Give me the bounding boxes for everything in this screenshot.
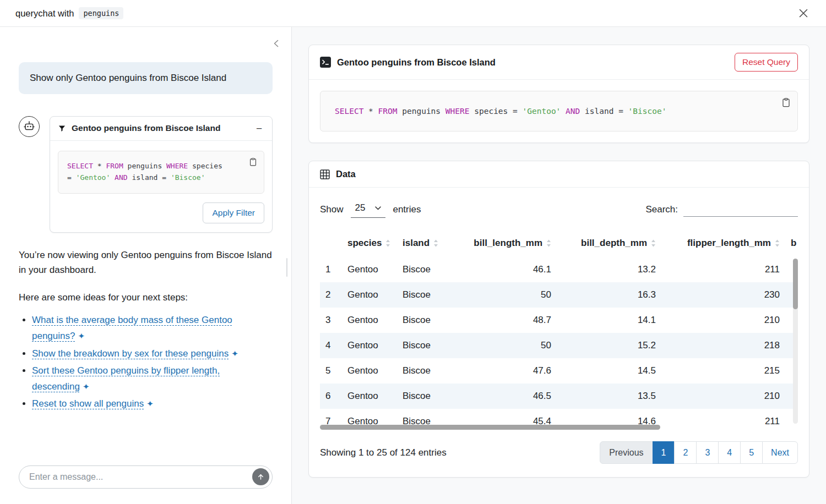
table-row: 1GentooBiscoe46.113.2211 [320,257,798,282]
query-card: Gentoo penguins from Biscoe Island Reset… [308,45,809,143]
vertical-scrollbar[interactable] [793,259,798,309]
table-cell: Gentoo [342,384,397,409]
topbar: querychat with penguins [0,0,826,27]
pagination: Previous12345Next [600,441,798,464]
table-cell: 2 [320,282,342,308]
message-input[interactable] [19,465,273,489]
chat-log: Show only Gentoo penguins from Biscoe Is… [0,27,291,457]
sql-token: FROM [106,162,123,170]
suggestion-item: Sort these Gentoo penguins by flipper le… [32,363,273,395]
search-input[interactable] [683,202,798,217]
table-body: 1GentooBiscoe46.113.22112GentooBiscoe501… [320,257,798,432]
pagination-page-4[interactable]: 4 [718,441,741,464]
sidebar-resize-handle[interactable] [286,258,287,277]
column-header[interactable]: bill_length_mm [458,231,557,257]
apply-filter-button[interactable]: Apply Filter [203,202,264,223]
column-label: bill_length_mm [474,238,542,248]
suggestion-item: What is the average body mass of these G… [32,313,273,344]
reset-query-button[interactable]: Reset Query [735,53,798,72]
column-label: b [791,238,796,248]
pagination-page-5[interactable]: 5 [740,441,763,464]
table-cell: 211 [661,409,785,432]
sql-code: SELECT * FROM penguins WHERE species = '… [335,107,783,116]
close-button[interactable] [796,6,811,20]
pagination-page-1[interactable]: 1 [653,441,675,464]
filter-card-header: Gentoo penguins from Biscoe Island − [50,117,272,141]
sort-icon [775,239,780,247]
table-cell: 50 [458,333,557,358]
copy-button[interactable] [247,156,259,169]
data-card-header: Data [309,161,809,188]
table-cell: 215 [661,358,785,384]
entries-label: entries [393,204,421,215]
sql-token: SELECT [335,107,363,116]
table-cell: Biscoe [397,358,458,384]
sql-token: 'Biscoe' [171,173,205,182]
sql-token: * [363,107,378,116]
suggestion-item: Reset to show all penguins✦ [32,396,273,412]
page-length-value: 25 [355,202,366,213]
sparkle-icon: ✦ [78,331,85,341]
search-label: Search: [645,204,678,215]
sql-token: WHERE [445,107,470,116]
data-table: speciesislandbill_length_mmbill_depth_mm… [320,231,798,432]
table-footer: Showing 1 to 25 of 124 entries Previous1… [320,441,798,464]
table-cell: 47.6 [458,358,557,384]
pagination-page-2[interactable]: 2 [674,441,697,464]
table-cell: 218 [661,333,785,358]
column-label: bill_depth_mm [581,238,647,248]
column-header[interactable]: species [342,231,397,257]
suggestion-link[interactable]: Sort these Gentoo penguins by flipper le… [32,365,220,392]
sparkle-icon: ✦ [83,382,90,391]
collapse-card-button[interactable]: − [254,123,264,134]
message-composer [0,457,291,504]
send-button[interactable] [252,468,269,485]
table-cell: Biscoe [397,333,458,358]
sort-icon [546,239,551,247]
table-cell: Gentoo [342,333,397,358]
column-header[interactable]: island [397,231,458,257]
table-cell: 46.5 [458,384,557,409]
show-label: Show [320,204,344,215]
sql-token: AND [566,107,580,116]
chat-sidebar: Show only Gentoo penguins from Biscoe Is… [0,27,292,504]
column-header[interactable]: flipper_length_mm [661,231,785,257]
table-grid-icon [320,169,330,179]
table-cell: 5 [320,358,342,384]
suggestion-item: Show the breakdown by sex for these peng… [32,346,273,362]
page-length-control: Show 25 entries [320,201,421,218]
sql-token: * [93,162,106,170]
column-header: b [785,231,798,257]
table-cell: Gentoo [342,358,397,384]
page-length-select[interactable]: 25 [351,201,386,218]
copy-button[interactable] [780,96,792,111]
suggestion-link[interactable]: Show the breakdown by sex for these peng… [32,348,229,359]
sql-token: species = [469,107,522,116]
column-label: species [347,238,382,248]
arrow-up-icon [257,473,265,481]
pagination-page-3[interactable]: 3 [696,441,719,464]
table-cell: 4 [320,333,342,358]
sql-code-block: SELECT * FROM penguins WHERE species = '… [58,151,264,194]
table-info: Showing 1 to 25 of 124 entries [320,447,447,458]
table-controls: Show 25 entries Search: [320,201,798,218]
sidebar-collapse-button[interactable] [271,37,281,52]
table-cell: 210 [661,308,785,333]
table-cell: 14.5 [557,358,661,384]
pagination-next[interactable]: Next [762,441,798,464]
column-header[interactable]: bill_depth_mm [557,231,661,257]
robot-icon [23,120,35,133]
app-title: querychat with [15,8,74,19]
filter-card-footer: Apply Filter [50,194,272,232]
chevron-down-icon [375,206,381,210]
table-cell: 3 [320,308,342,333]
data-card: Data Show 25 entries Sear [308,161,809,478]
pagination-previous[interactable]: Previous [600,441,653,464]
suggestion-link[interactable]: What is the average body mass of these G… [32,315,232,341]
table-cell: Biscoe [397,308,458,333]
horizontal-scrollbar[interactable] [320,425,660,430]
content-row: Show only Gentoo penguins from Biscoe Is… [0,27,826,504]
sql-token: island = [128,173,171,182]
assistant-paragraph: You’re now viewing only Gentoo penguins … [19,248,273,277]
suggestion-link[interactable]: Reset to show all penguins [32,398,144,409]
